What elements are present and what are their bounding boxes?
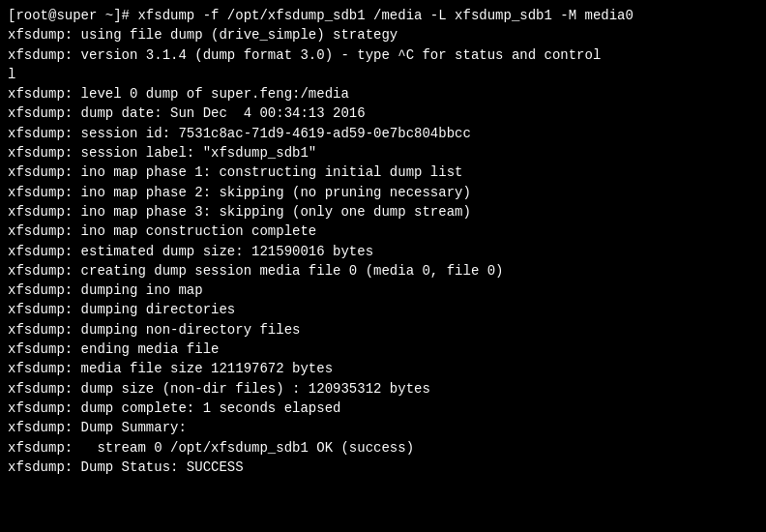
terminal-line: l	[8, 65, 758, 84]
terminal-line: xfsdump: dump date: Sun Dec 4 00:34:13 2…	[8, 103, 758, 123]
terminal-line: xfsdump: ino map phase 1: constructing i…	[8, 163, 758, 182]
terminal-line: xfsdump: dump complete: 1 seconds elapse…	[8, 399, 758, 418]
terminal-line: xfsdump: dumping ino map	[8, 281, 758, 300]
terminal-line: xfsdump: dump size (non-dir files) : 120…	[8, 379, 758, 399]
terminal-line: xfsdump: using file dump (drive_simple) …	[8, 25, 758, 44]
terminal-line: xfsdump: session id: 7531c8ac-71d9-4619-…	[8, 124, 758, 143]
terminal: [root@super ~]# xfsdump -f /opt/xfsdump_…	[0, 0, 766, 532]
terminal-line: xfsdump: ino map phase 3: skipping (only…	[8, 202, 758, 222]
terminal-line: [root@super ~]# xfsdump -f /opt/xfsdump_…	[8, 6, 758, 25]
terminal-line: xfsdump: ending media file	[8, 340, 758, 359]
terminal-line: xfsdump: dumping directories	[8, 300, 758, 319]
terminal-line: xfsdump: media file size 121197672 bytes	[8, 359, 758, 378]
terminal-line: xfsdump: ino map phase 2: skipping (no p…	[8, 183, 758, 202]
terminal-line: xfsdump: level 0 dump of super.feng:/med…	[8, 84, 758, 103]
terminal-line: xfsdump: ino map construction complete	[8, 222, 758, 241]
terminal-line: xfsdump: Dump Summary:	[8, 418, 758, 437]
terminal-line: xfsdump: creating dump session media fil…	[8, 261, 758, 281]
terminal-line: xfsdump: estimated dump size: 121590016 …	[8, 242, 758, 261]
terminal-line: xfsdump: session label: "xfsdump_sdb1"	[8, 143, 758, 163]
terminal-line: xfsdump: version 3.1.4 (dump format 3.0)…	[8, 45, 758, 65]
terminal-line: xfsdump: dumping non-directory files	[8, 320, 758, 340]
terminal-line: xfsdump: stream 0 /opt/xfsdump_sdb1 OK (…	[8, 438, 758, 458]
terminal-line: xfsdump: Dump Status: SUCCESS	[8, 458, 758, 477]
